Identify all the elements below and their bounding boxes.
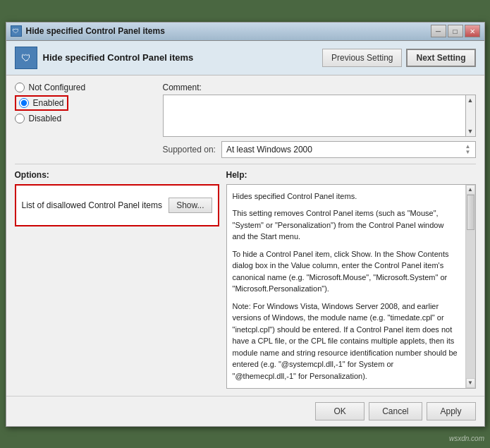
help-scrollbar: ▲ ▼ (465, 185, 475, 388)
not-configured-label: Not Configured (29, 83, 86, 92)
title-bar: 🛡 Hide specified Control Panel items ─ □… (6, 23, 484, 41)
supported-label: Supported on: (163, 145, 216, 155)
supported-row: Supported on: At least Windows 2000 ▲ ▼ (163, 141, 476, 158)
help-para-5: A complete list of canonical and module … (233, 387, 458, 389)
header-title: Hide specified Control Panel items (43, 52, 194, 63)
enabled-label: Enabled (33, 98, 64, 108)
comment-label: Comment: (163, 83, 476, 92)
options-title: Options: (15, 170, 219, 180)
title-bar-left: 🛡 Hide specified Control Panel items (11, 25, 165, 37)
close-button[interactable]: ✕ (465, 25, 480, 37)
footer: OK Cancel Apply (6, 396, 484, 426)
supported-scroll-down[interactable]: ▼ (465, 150, 471, 155)
help-para-3: To hide a Control Panel item, click Show… (233, 248, 458, 295)
disabled-option[interactable]: Disabled (15, 114, 156, 123)
help-box: Hides specified Control Panel items. Thi… (226, 184, 476, 389)
comment-scrollbar: ▲ ▼ (466, 95, 476, 137)
window-title: Hide specified Control Panel items (26, 26, 165, 36)
next-setting-button[interactable]: Next Setting (406, 49, 475, 67)
window-icon: 🛡 (11, 25, 22, 37)
comment-input[interactable] (163, 95, 466, 137)
main-window: 🛡 Hide specified Control Panel items ─ □… (6, 22, 485, 427)
help-scroll-up[interactable]: ▲ (466, 185, 475, 195)
options-box: List of disallowed Control Panel items S… (15, 184, 219, 226)
header-bar: 🛡 Hide specified Control Panel items Pre… (6, 41, 484, 75)
help-para-2: This setting removes Control Panel items… (233, 207, 458, 243)
help-para-1: Hides specified Control Panel items. (233, 190, 458, 202)
supported-scroll-arrows: ▲ ▼ (465, 144, 471, 155)
header-icon: 🛡 (15, 47, 37, 69)
supported-value-container: At least Windows 2000 ▲ ▼ (221, 141, 476, 158)
supported-value: At least Windows 2000 (226, 145, 312, 155)
not-configured-radio[interactable] (15, 83, 25, 92)
help-scroll-down[interactable]: ▼ (466, 378, 475, 388)
watermark: wsxdn.com (449, 435, 484, 442)
help-scroll-track[interactable] (466, 195, 475, 378)
enabled-radio[interactable] (19, 98, 29, 108)
show-button[interactable]: Show... (169, 198, 212, 213)
options-help-row: Options: List of disallowed Control Pane… (15, 170, 476, 389)
options-section: Options: List of disallowed Control Pane… (15, 170, 226, 389)
enabled-box: Enabled (15, 95, 68, 111)
help-text-content: Hides specified Control Panel items. Thi… (233, 190, 470, 389)
prev-setting-button[interactable]: Previous Setting (322, 49, 402, 67)
title-controls: ─ □ ✕ (431, 25, 480, 37)
top-section: Not Configured Enabled Disabled Comment: (15, 83, 476, 158)
comment-scroll-up[interactable]: ▲ (467, 97, 474, 104)
ok-button[interactable]: OK (315, 402, 365, 420)
apply-button[interactable]: Apply (427, 402, 476, 420)
not-configured-option[interactable]: Not Configured (15, 83, 156, 92)
restore-button[interactable]: □ (448, 25, 463, 37)
header-buttons: Previous Setting Next Setting (322, 49, 475, 67)
comment-scroll-down[interactable]: ▼ (467, 128, 474, 135)
help-scroll-thumb[interactable] (467, 195, 474, 230)
disabled-radio[interactable] (15, 114, 25, 123)
divider (15, 164, 476, 164)
disabled-label: Disabled (29, 114, 62, 123)
help-section: Help: Hides specified Control Panel item… (226, 170, 476, 389)
help-title: Help: (226, 170, 476, 180)
comment-row: ▲ ▼ (163, 95, 476, 137)
minimize-button[interactable]: ─ (431, 25, 446, 37)
options-item-label: List of disallowed Control Panel items (22, 200, 169, 210)
help-para-4: Note: For Windows Vista, Windows Server … (233, 301, 458, 382)
content-area: Not Configured Enabled Disabled Comment: (6, 75, 484, 396)
cancel-button[interactable]: Cancel (369, 402, 422, 420)
comment-supported-panel: Comment: ▲ ▼ Supported on: At least Wind… (163, 83, 476, 158)
radio-group: Not Configured Enabled Disabled (15, 83, 156, 158)
enabled-option[interactable]: Enabled (15, 95, 156, 111)
